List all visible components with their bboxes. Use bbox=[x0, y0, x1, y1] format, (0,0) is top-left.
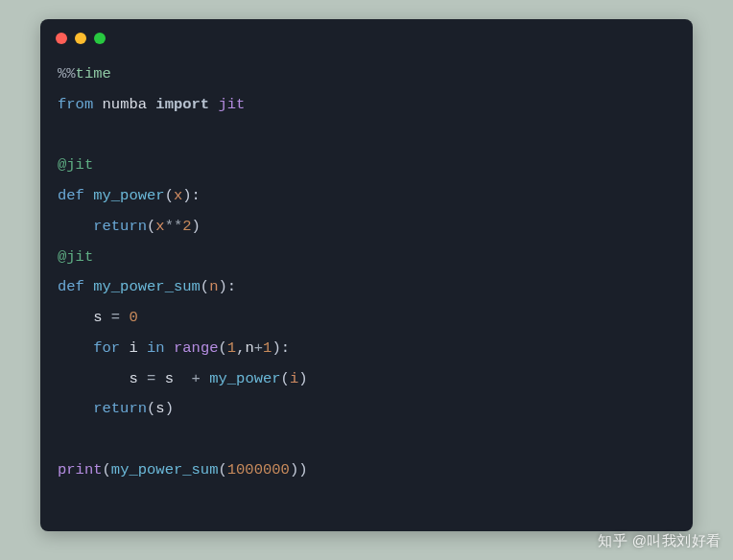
magic-percent: %% bbox=[58, 65, 76, 82]
paren: ( bbox=[147, 400, 155, 417]
paren: ) bbox=[298, 370, 307, 387]
paren: ( bbox=[281, 370, 290, 387]
fn-name: my_power_sum bbox=[93, 278, 201, 295]
magic-name: time bbox=[76, 65, 111, 82]
maximize-icon[interactable] bbox=[94, 33, 106, 44]
paren: ): bbox=[218, 278, 236, 295]
kw-return: return bbox=[93, 400, 147, 417]
number: 2 bbox=[182, 218, 191, 235]
paren: ) bbox=[192, 218, 201, 235]
paren: ( bbox=[201, 278, 209, 295]
var: i bbox=[129, 339, 137, 357]
kw-for: for bbox=[93, 339, 120, 357]
close-icon[interactable] bbox=[56, 33, 67, 44]
paren: ): bbox=[272, 339, 290, 357]
import-name: jit bbox=[218, 96, 245, 113]
var: i bbox=[290, 370, 298, 387]
var: s bbox=[165, 370, 174, 387]
watermark: 知乎 @叫我刘好看 bbox=[598, 532, 721, 550]
kw-def: def bbox=[58, 278, 84, 295]
module-name: numba bbox=[103, 96, 148, 113]
paren: ( bbox=[147, 218, 155, 235]
paren: ( bbox=[103, 461, 111, 478]
var: s bbox=[93, 309, 102, 326]
window-titlebar bbox=[40, 19, 693, 52]
code-block: %%time from numba import jit @jit def my… bbox=[40, 52, 693, 503]
paren: )) bbox=[290, 461, 308, 478]
kw-import: import bbox=[155, 96, 209, 113]
paren: ) bbox=[165, 400, 174, 417]
number: 1 bbox=[227, 339, 236, 357]
paren: ( bbox=[218, 461, 226, 478]
paren: ( bbox=[219, 339, 227, 357]
kw-return: return bbox=[93, 218, 147, 235]
decorator: @jit bbox=[58, 156, 93, 174]
kw-from: from bbox=[58, 96, 93, 113]
paren: ): bbox=[182, 187, 201, 204]
paren: ( bbox=[165, 187, 174, 204]
kw-def: def bbox=[58, 187, 84, 204]
op: = bbox=[103, 309, 130, 326]
op: ** bbox=[165, 218, 183, 235]
number: 1000000 bbox=[227, 461, 290, 478]
minimize-icon[interactable] bbox=[75, 33, 86, 44]
var: x bbox=[155, 218, 164, 235]
fn-range: range bbox=[174, 339, 219, 357]
fn-name: my_power bbox=[93, 187, 164, 204]
decorator: @jit bbox=[58, 248, 93, 266]
var: n bbox=[245, 339, 253, 357]
op: = bbox=[138, 370, 165, 387]
kw-in: in bbox=[147, 339, 165, 357]
op: + bbox=[254, 339, 263, 357]
code-window: %%time from numba import jit @jit def my… bbox=[40, 19, 693, 531]
param: x bbox=[174, 187, 182, 204]
var: s bbox=[129, 370, 137, 387]
op: + bbox=[174, 370, 209, 387]
number: 0 bbox=[129, 309, 137, 326]
fn-call: my_power bbox=[209, 370, 280, 387]
fn-call: my_power_sum bbox=[111, 461, 219, 478]
fn-print: print bbox=[58, 461, 103, 478]
var: s bbox=[155, 400, 164, 417]
number: 1 bbox=[263, 339, 272, 357]
